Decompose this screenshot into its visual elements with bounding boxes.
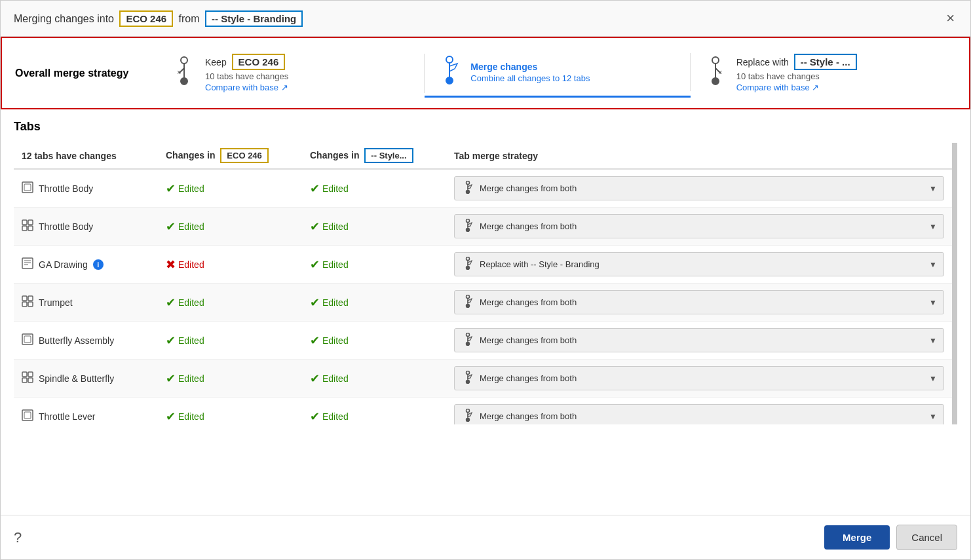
table-header-row: 12 tabs have changes Changes in ECO 246 … (14, 143, 952, 169)
strategy-dropdown-label: Replace with -- Style - Branding (480, 259, 600, 269)
table-row: Spindle & Butterfly✔ Edited✔ Edited Merg… (14, 360, 952, 398)
strategy-cell: Merge changes from both ▼ (446, 322, 952, 360)
style-status-cell: ✔ Edited (302, 169, 446, 208)
svg-rect-52 (24, 412, 31, 419)
strategy-dropdown-icon (461, 257, 474, 272)
dialog-footer: ? Merge Cancel (1, 515, 970, 559)
strategy-cell: Merge changes from both ▼ (446, 208, 952, 246)
svg-text:×: × (177, 68, 181, 76)
replace-sub1: 10 tabs have changes (736, 71, 860, 81)
strategy-replace[interactable]: × Replace with -- Style - ... 10 tabs ha… (691, 48, 956, 98)
dropdown-arrow: ▼ (929, 184, 937, 193)
merge-sub-label: Combine all changes to 12 tabs (470, 73, 590, 83)
tab-name-cell: Butterfly Assembly (14, 322, 158, 360)
replace-label: Replace with -- Style - ... (736, 54, 860, 70)
svg-point-30 (466, 267, 470, 270)
header-prefix: Merging changes into (14, 13, 114, 24)
dialog-header: Merging changes into ECO 246 from -- Sty… (1, 1, 970, 37)
svg-rect-46 (22, 378, 27, 383)
strategy-keep[interactable]: × Keep ECO 246 10 tabs have changes Comp… (159, 48, 425, 98)
eco-status-cell: ✔ Edited (158, 208, 302, 246)
strategy-dropdown[interactable]: Merge changes from both ▼ (454, 290, 944, 314)
svg-point-37 (466, 305, 470, 308)
help-icon[interactable]: ? (14, 529, 22, 546)
dropdown-arrow: ▼ (929, 336, 937, 345)
tab-name-cell: GA Drawingi (14, 246, 158, 284)
edited-red: ✖ Edited (166, 257, 294, 272)
tab-name: Butterfly Assembly (39, 335, 114, 346)
col-header-strategy: Tab merge strategy (446, 143, 952, 169)
strategy-merge[interactable]: Merge changes Combine all changes to 12 … (425, 48, 690, 98)
merge-main-label: Merge changes (470, 62, 590, 72)
dropdown-arrow: ▼ (929, 298, 937, 307)
col-style-badge: -- Style... (364, 148, 413, 163)
col-header-tab: 12 tabs have changes (14, 143, 158, 169)
strategy-replace-text: Replace with -- Style - ... 10 tabs have… (736, 54, 860, 92)
strategy-dropdown-icon (461, 295, 474, 310)
strategy-cell: Merge changes from both ▼ (446, 398, 952, 425)
keep-icon: × (172, 55, 196, 91)
replace-compare-link[interactable]: Compare with base ↗ (736, 83, 860, 92)
eco-status-cell: ✖ Edited (158, 246, 302, 284)
tab-name-cell: Throttle Body (14, 169, 158, 208)
keep-sub1: 10 tabs have changes (205, 71, 288, 81)
edited-green: ✔ Edited (166, 371, 294, 386)
style-status-cell: ✔ Edited (302, 398, 446, 425)
table-row: Throttle Body✔ Edited✔ Edited Merge chan… (14, 169, 952, 208)
cancel-button[interactable]: Cancel (896, 525, 957, 550)
strategy-dropdown[interactable]: Merge changes from both ▼ (454, 214, 944, 238)
strategy-dropdown-label: Merge changes from both (480, 297, 577, 307)
strategy-dropdown-label: Merge changes from both (480, 335, 577, 345)
svg-point-41 (466, 333, 470, 337)
strategy-dropdown[interactable]: Merge changes from both ▼ (454, 404, 944, 424)
strategy-cell: Merge changes from both ▼ (446, 360, 952, 398)
eco-status-cell: ✔ Edited (158, 398, 302, 425)
table-row: Throttle Lever✔ Edited✔ Edited Merge cha… (14, 398, 952, 425)
svg-point-22 (466, 219, 470, 223)
svg-rect-32 (22, 296, 27, 301)
strategy-dropdown[interactable]: Replace with -- Style - Branding ▼ (454, 252, 944, 276)
table-row: Trumpet✔ Edited✔ Edited Merge changes fr… (14, 284, 952, 322)
svg-point-16 (466, 191, 470, 194)
svg-rect-13 (22, 182, 33, 193)
edited-green: ✔ Edited (166, 181, 294, 196)
table-container[interactable]: 12 tabs have changes Changes in ECO 246 … (14, 143, 957, 424)
eco-status-cell: ✔ Edited (158, 322, 302, 360)
svg-point-5 (446, 56, 453, 63)
svg-rect-45 (28, 372, 33, 377)
keep-compare-link[interactable]: Compare with base ↗ (205, 83, 288, 92)
tabs-section: Tabs 12 tabs have changes Changes in ECO… (1, 109, 970, 515)
svg-point-36 (466, 295, 470, 299)
svg-rect-44 (22, 372, 27, 377)
tab-name: Trumpet (39, 297, 73, 308)
strategy-dropdown[interactable]: Merge changes from both ▼ (454, 366, 944, 390)
strategy-merge-text: Merge changes Combine all changes to 12 … (470, 62, 590, 83)
tab-name: Throttle Body (39, 221, 93, 232)
edited-green: ✔ Edited (310, 181, 438, 196)
dropdown-arrow: ▼ (929, 260, 937, 269)
svg-rect-21 (28, 226, 33, 231)
strategy-keep-text: Keep ECO 246 10 tabs have changes Compar… (205, 54, 288, 92)
svg-point-53 (466, 409, 470, 413)
merge-table: 12 tabs have changes Changes in ECO 246 … (14, 143, 952, 424)
table-row: Throttle Body✔ Edited✔ Edited Merge chan… (14, 208, 952, 246)
strategy-options: × Keep ECO 246 10 tabs have changes Comp… (159, 48, 956, 98)
svg-rect-35 (28, 302, 33, 307)
edited-green: ✔ Edited (310, 257, 438, 272)
info-icon[interactable]: i (93, 259, 104, 270)
tab-name: Spindle & Butterfly (39, 373, 114, 384)
svg-rect-25 (22, 258, 33, 269)
tab-icon (22, 219, 33, 234)
edited-green: ✔ Edited (310, 219, 438, 234)
strategy-dropdown[interactable]: Merge changes from both ▼ (454, 328, 944, 352)
header-text: Merging changes into ECO 246 from -- Sty… (14, 10, 943, 27)
merge-button[interactable]: Merge (824, 525, 890, 550)
strategy-dropdown[interactable]: Merge changes from both ▼ (454, 176, 944, 200)
svg-rect-33 (28, 296, 33, 301)
merge-strategy-title: Overall merge strategy (15, 67, 146, 79)
strategy-dropdown-icon (461, 371, 474, 386)
close-button[interactable]: × (943, 10, 957, 27)
col-header-eco: Changes in ECO 246 (158, 143, 302, 169)
col-eco-badge: ECO 246 (220, 148, 268, 163)
eco-status-cell: ✔ Edited (158, 360, 302, 398)
